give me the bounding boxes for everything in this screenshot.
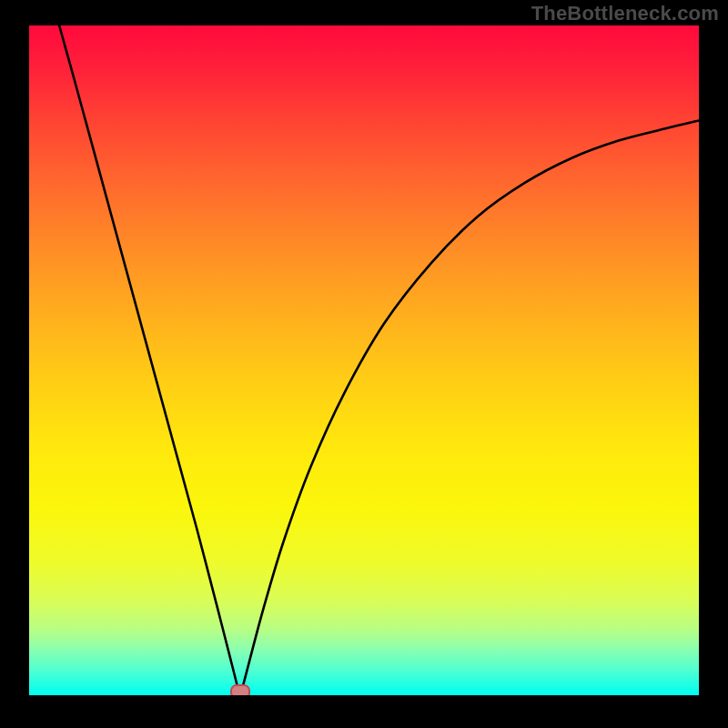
plot-area (29, 25, 699, 695)
attribution-label: TheBottleneck.com (531, 2, 719, 25)
bottleneck-curve (29, 25, 699, 695)
minimum-marker (230, 684, 250, 695)
chart-frame: TheBottleneck.com (0, 0, 728, 728)
